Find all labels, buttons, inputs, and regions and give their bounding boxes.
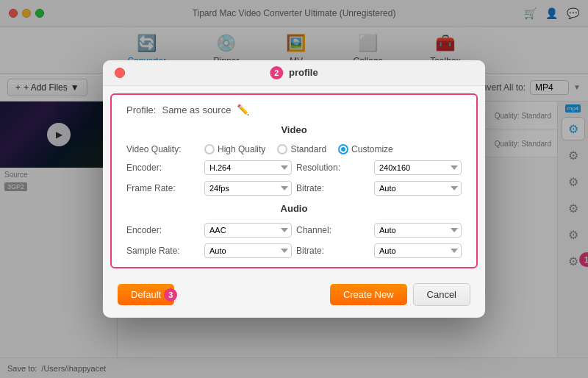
framerate-select[interactable]: 24fps [204, 181, 292, 196]
audio-section-title: Audio [126, 203, 462, 214]
quality-label: Video Quality: [126, 144, 200, 154]
resolution-select[interactable]: 240x160 [374, 160, 462, 175]
channel-select[interactable]: Auto [374, 223, 462, 238]
modal-overlay: 2 profile Profile: Same as source ✏️ Vid… [0, 0, 588, 378]
samplerate-select[interactable]: Auto [204, 243, 292, 258]
profile-value: Same as source [162, 104, 231, 115]
audio-encoder-label: Encoder: [126, 225, 200, 235]
quality-customize-radio[interactable]: Customize [338, 144, 393, 154]
radio-standard-circle [277, 144, 287, 154]
profile-modal: 2 profile Profile: Same as source ✏️ Vid… [103, 60, 485, 318]
radio-high-circle [204, 144, 215, 154]
quality-high-label: High Quality [218, 144, 265, 154]
samplerate-label: Sample Rate: [126, 246, 200, 256]
video-encoder-label: Encoder: [126, 163, 200, 173]
framerate-label: Frame Rate: [126, 183, 200, 193]
profile-label: Profile: [126, 104, 156, 115]
badge-2: 2 [270, 66, 283, 79]
modal-title: 2 profile [270, 66, 318, 79]
video-bitrate-label: Bitrate: [296, 183, 370, 193]
edit-icon[interactable]: ✏️ [237, 104, 249, 115]
modal-body: Profile: Same as source ✏️ Video Video Q… [110, 93, 478, 268]
modal-close-button[interactable] [115, 68, 125, 78]
channel-label: Channel: [296, 225, 370, 235]
quality-standard-label: Standard [290, 144, 326, 154]
quality-standard-radio[interactable]: Standard [277, 144, 326, 154]
quality-radio-group: High Quality Standard Customize [204, 144, 462, 154]
audio-bitrate-label: Bitrate: [296, 246, 370, 256]
video-encoder-select[interactable]: H.264 [204, 160, 292, 175]
quality-high-radio[interactable]: High Quality [204, 144, 265, 154]
quality-customize-label: Customize [351, 144, 393, 154]
audio-form-grid: Encoder: AAC Channel: Auto Sample Rate: … [126, 223, 462, 258]
audio-bitrate-select[interactable]: Auto [374, 243, 462, 258]
radio-customize-circle [338, 144, 348, 154]
audio-encoder-select[interactable]: AAC [204, 223, 292, 238]
badge-3: 3 [164, 288, 177, 302]
resolution-label: Resolution: [296, 163, 370, 173]
video-bitrate-select[interactable]: Auto [374, 181, 462, 196]
modal-header: 2 profile [103, 60, 485, 86]
modal-footer: Default 3 Create New Cancel [103, 276, 485, 318]
cancel-button[interactable]: Cancel [413, 283, 470, 306]
profile-row: Profile: Same as source ✏️ [126, 104, 462, 115]
video-form-grid: Video Quality: High Quality Standard Cus… [126, 144, 462, 196]
video-section-title: Video [126, 124, 462, 135]
create-new-button[interactable]: Create New [330, 284, 407, 305]
